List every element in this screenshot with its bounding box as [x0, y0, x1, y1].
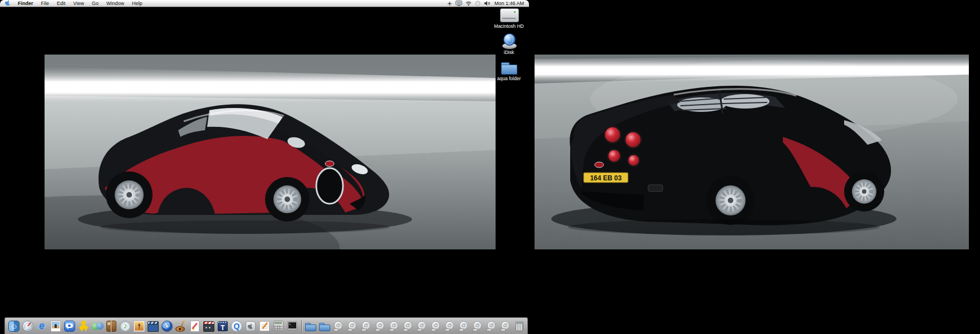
dock-icon-appleworks[interactable] [188, 320, 202, 333]
dock-icon-mail-stamp-12[interactable]: @ [485, 320, 498, 333]
folder-icon [500, 60, 518, 75]
desktop-picture-bugatti-rear: 164 EB 03 [535, 55, 969, 249]
dock-icon-msn-messenger[interactable] [91, 320, 104, 333]
desktop-icon-idisk[interactable]: iDisk [491, 33, 527, 55]
displays-icon[interactable] [454, 0, 464, 7]
desktop-icon-macintosh-hd[interactable]: Macintosh HD [491, 8, 527, 29]
dock-icon-trash[interactable] [513, 320, 526, 333]
dock-icon-mail-stamp-8[interactable]: @ [429, 320, 443, 333]
dock-icon-folder-1[interactable] [304, 320, 317, 333]
dock-icon-mail-stamp-11[interactable]: @ [471, 320, 484, 333]
menu-bar: Finder File Edit View Go Window Help Mon… [0, 0, 529, 7]
dock-icon-internet-explorer[interactable]: e [35, 320, 48, 333]
dock-icon-address-book[interactable] [105, 320, 118, 333]
dock-icon-apple-box-app[interactable] [244, 320, 257, 333]
dock-icon-textedit[interactable] [258, 320, 271, 333]
dock-icon-calculator[interactable] [272, 320, 285, 333]
dock-icon-mail-stamp-7[interactable]: @ [415, 320, 429, 333]
dock-icon-dvd-player[interactable] [160, 320, 174, 333]
dock-icon-mail-stamp-4[interactable]: @ [374, 320, 387, 333]
menu-help[interactable]: Help [128, 0, 146, 7]
volume-icon[interactable] [482, 0, 492, 7]
menu-edit[interactable]: Edit [53, 0, 70, 7]
dock-icon-terminal[interactable]: >_ [286, 320, 299, 333]
dock: ☺e♪TQ>_@@@@@@@@@@@@@ [4, 317, 528, 334]
hard-drive-icon [499, 8, 518, 22]
dock-icon-itunes[interactable]: ♪ [119, 320, 132, 333]
sync-icon[interactable] [473, 0, 482, 7]
apple-menu-icon[interactable] [0, 0, 14, 7]
dock-icon-mail-stamp-6[interactable]: @ [401, 320, 415, 333]
bugatti-front-illustration [45, 55, 496, 249]
dock-icon-imovie[interactable] [146, 320, 160, 333]
dock-icon-iphoto[interactable] [133, 320, 146, 333]
dock-icon-t-film-app[interactable]: T [216, 320, 229, 333]
menu-window[interactable]: Window [102, 0, 128, 7]
menu-view[interactable]: View [70, 0, 88, 7]
dock-icon-mail-stamp-2[interactable]: @ [346, 320, 359, 333]
dock-icon-mail-stamp-3[interactable]: @ [360, 320, 373, 333]
desktop-icon-label: Macintosh HD [494, 23, 523, 29]
dock-icon-mail-stamp-1[interactable]: @ [332, 320, 345, 333]
menu-file[interactable]: File [37, 0, 53, 7]
dock-icon-mail-stamp-10[interactable]: @ [457, 320, 471, 333]
desktop: Finder File Edit View Go Window Help Mon… [0, 0, 980, 334]
desktop-picture-bugatti-front [45, 55, 496, 249]
bugatti-rear-illustration: 164 EB 03 [535, 55, 969, 249]
dock-icon-ichat[interactable] [63, 320, 76, 333]
airport-icon[interactable] [464, 0, 473, 7]
dock-divider [301, 320, 302, 333]
dock-icon-mail-stamp-13[interactable]: @ [499, 320, 512, 333]
dock-icon-mail-stamp-5[interactable]: @ [388, 320, 401, 333]
desktop-icon-aqua-folder[interactable]: aqua folder [491, 60, 527, 81]
desktop-icon-label: iDisk [504, 50, 514, 55]
desktop-icon-label: aqua folder [497, 76, 521, 81]
dock-icon-finder[interactable]: ☺ [7, 320, 21, 333]
dock-icon-mail-stamp-9[interactable]: @ [443, 320, 457, 333]
license-plate-text: 164 EB 03 [590, 174, 622, 182]
dock-icon-film-clapper[interactable] [202, 320, 215, 333]
dock-icon-aim[interactable] [77, 320, 90, 333]
dock-icon-photo-viewer[interactable] [49, 320, 62, 333]
menu-bar-clock[interactable]: Mon 1:46 AM [492, 0, 529, 7]
dock-icon-quicktime[interactable]: Q [230, 320, 243, 333]
menu-finder[interactable]: Finder [14, 0, 37, 7]
dock-icon-safari[interactable] [21, 320, 35, 333]
idisk-globe-icon [501, 33, 517, 48]
bluetooth-icon[interactable] [445, 0, 454, 7]
dock-icon-garageband[interactable] [174, 320, 188, 333]
dock-icon-folder-2[interactable] [318, 320, 331, 333]
menu-go[interactable]: Go [88, 0, 102, 7]
